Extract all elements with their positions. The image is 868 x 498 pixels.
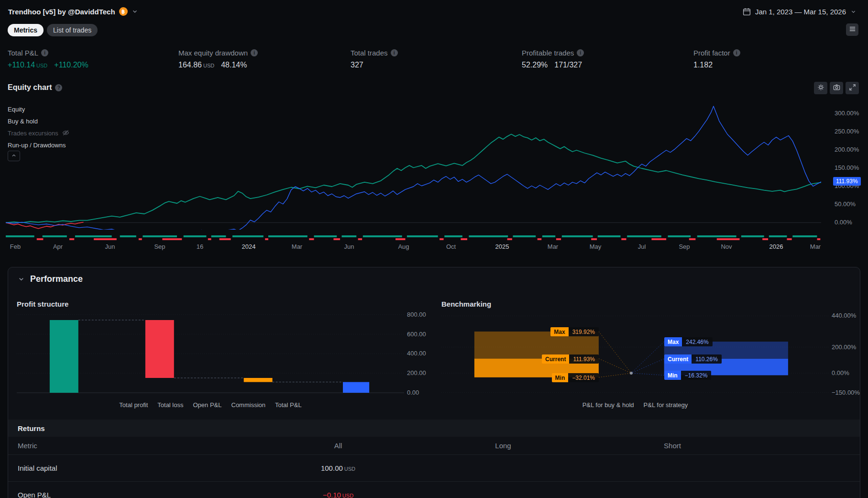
drawdown-bar xyxy=(651,238,666,240)
drawdown-bar xyxy=(94,238,117,240)
metric-value: 327 xyxy=(351,61,363,69)
drawdown-bar xyxy=(461,238,467,240)
gear-icon xyxy=(817,84,824,92)
drawdown-bar xyxy=(717,238,740,240)
range-box-lower xyxy=(474,359,599,377)
drawdown-bar xyxy=(817,238,821,240)
chevron-down-icon[interactable] xyxy=(132,8,138,15)
runup-bar xyxy=(542,235,555,237)
info-icon[interactable]: i xyxy=(577,49,584,56)
metric-value: 164.86 xyxy=(178,61,202,69)
legend-item: P&L for buy & hold xyxy=(582,401,634,409)
x-axis-tick: Mar xyxy=(548,243,558,250)
equity-legend: Equity Buy & hold Trades excursions Run-… xyxy=(8,103,69,151)
row-value-all: −0.10USD xyxy=(323,491,353,498)
returns-section: Returns Metric All Long Short Initial ca… xyxy=(8,420,860,498)
drawdown-bar xyxy=(556,238,561,240)
benchmarking-canvas xyxy=(441,310,829,398)
table-row: Open P&L −0.10USD xyxy=(8,482,860,498)
eye-off-icon xyxy=(62,129,69,138)
drawdown-bar xyxy=(507,238,512,240)
metric-label: Total P&L xyxy=(8,49,38,57)
info-icon[interactable]: i xyxy=(41,49,48,56)
series-line xyxy=(6,134,821,223)
performance-header[interactable]: Performance xyxy=(18,274,83,284)
legend-equity[interactable]: Equity xyxy=(8,103,69,115)
help-icon[interactable]: ? xyxy=(55,84,62,91)
info-icon[interactable]: i xyxy=(733,49,740,56)
row-value-all: 100.00USD xyxy=(321,464,355,472)
strategy-selector[interactable]: Trendhoo [v5] by @DaviddTech ฿ xyxy=(8,7,138,16)
legend-buy-and-hold[interactable]: Buy & hold xyxy=(8,115,69,127)
collapse-legend-button[interactable] xyxy=(8,151,20,161)
strategy-title[interactable]: Trendhoo [v5] by @DaviddTech xyxy=(8,8,115,16)
info-icon[interactable]: i xyxy=(251,49,258,56)
date-range-picker[interactable]: Jan 1, 2023 — Mar 15, 2026 xyxy=(743,8,857,16)
runup-bar xyxy=(513,235,536,237)
runup-bar xyxy=(598,235,621,237)
legend-item: Total P&L xyxy=(275,401,302,409)
price-label: 111.93% xyxy=(833,177,861,186)
returns-header: Returns xyxy=(8,420,860,437)
drawdown-bar xyxy=(139,238,142,240)
projection-line xyxy=(599,359,631,373)
tab-list-of-trades[interactable]: List of trades xyxy=(47,24,98,36)
runup-bar xyxy=(184,235,207,237)
x-axis-tick: Apr xyxy=(53,243,63,250)
metrics-row: Total P&Li +110.14USD+110.20% Max equity… xyxy=(0,49,868,77)
x-axis-tick: Oct xyxy=(446,243,456,250)
metric-extra: +110.20% xyxy=(54,61,88,69)
drawdown-bar xyxy=(762,238,768,240)
returns-table-header: Metric All Long Short xyxy=(8,437,860,455)
column-short: Short xyxy=(664,442,681,450)
tab-metrics[interactable]: Metrics xyxy=(8,24,44,36)
metric-extra: 171/327 xyxy=(554,61,582,69)
benchmarking-legend: P&L for buy & holdP&L for strategy xyxy=(441,401,829,409)
legend-item: Open P&L xyxy=(193,401,222,409)
hamburger-icon xyxy=(849,25,856,34)
metric-value: +110.14 xyxy=(8,61,35,69)
drawdown-bar xyxy=(689,238,696,240)
waterfall-bar xyxy=(244,378,273,382)
settings-button[interactable] xyxy=(814,82,827,94)
legend-trades-excursions[interactable]: Trades excursions xyxy=(8,127,69,139)
projection-line xyxy=(631,342,664,373)
runup-bar xyxy=(232,235,264,237)
x-axis-tick: 2026 xyxy=(769,243,783,250)
projection-line xyxy=(599,332,631,373)
view-tabs: Metrics List of trades xyxy=(8,24,98,36)
x-axis-tick: 16 xyxy=(197,243,203,250)
performance-title: Performance xyxy=(30,274,83,284)
projection-line xyxy=(599,373,631,377)
equity-chart-title: Equity chart xyxy=(8,83,52,92)
drawdown-bar xyxy=(309,238,314,240)
benchmarking-title: Benchmarking xyxy=(441,300,491,308)
y-axis-tick: −150.00% xyxy=(832,389,860,397)
waterfall-bar xyxy=(145,320,174,378)
metric-unit: USD xyxy=(203,63,214,68)
drawdown-bar xyxy=(162,238,182,240)
metric-max-drawdown: Max equity drawdowni 164.86USD48.14% xyxy=(178,49,258,69)
runup-bar xyxy=(342,235,357,237)
range-box-upper xyxy=(664,342,788,359)
equity-chart-canvas[interactable] xyxy=(6,103,821,230)
runup-bar xyxy=(562,235,593,237)
drawdown-bar xyxy=(591,238,597,240)
runup-drawdown-strip xyxy=(6,235,821,241)
info-icon[interactable]: i xyxy=(391,49,398,56)
runup-bar xyxy=(469,235,508,237)
legend-item: Total loss xyxy=(157,401,183,409)
runup-bar xyxy=(6,235,34,237)
row-metric-name: Open P&L xyxy=(18,491,51,498)
chevron-up-icon xyxy=(11,153,17,160)
equity-x-axis: FebAprJunSep162024MarJunAugOct2025MarMay… xyxy=(0,243,868,253)
layout-options-button[interactable] xyxy=(846,23,858,36)
runup-bar xyxy=(741,235,764,237)
runup-bar xyxy=(143,235,177,237)
runup-bar xyxy=(211,235,226,237)
topbar: Trendhoo [v5] by @DaviddTech ฿ Jan 1, 20… xyxy=(0,0,868,23)
y-axis-tick: 150.00% xyxy=(835,164,859,172)
legend-runup-drawdowns[interactable]: Run-up / Drawdowns xyxy=(8,139,69,151)
drawdown-bar xyxy=(69,238,74,240)
metric-profitable-trades: Profitable tradesi 52.29%171/327 xyxy=(522,49,584,69)
